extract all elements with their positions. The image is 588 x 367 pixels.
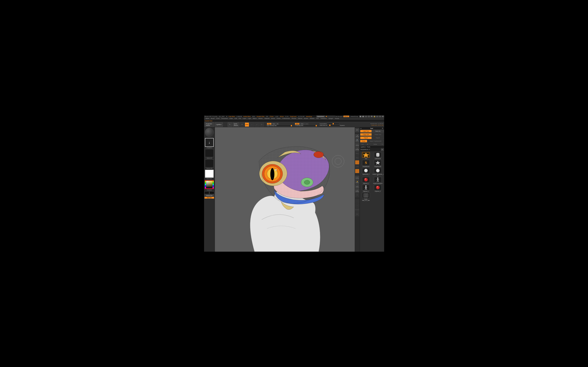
scale-nav-button[interactable]: ⤢Scale <box>355 184 359 188</box>
saveas-button[interactable]: Save As <box>372 130 384 133</box>
lightbox-button[interactable]: LightBox <box>215 123 223 127</box>
menu-zscript[interactable]: Zscript <box>334 117 340 120</box>
focalshift-slider[interactable] <box>327 123 339 125</box>
alternate-button[interactable]: Alternate <box>204 197 214 199</box>
menu-texture[interactable]: Texture <box>309 117 315 120</box>
menu-tool[interactable]: Tool <box>315 117 320 120</box>
menu-color[interactable]: Color <box>216 117 221 120</box>
flatcolor-thumb[interactable] <box>205 170 214 178</box>
tool-item[interactable]: Tool <box>361 152 372 159</box>
menu-macro[interactable]: Macro <box>252 117 257 120</box>
close-button[interactable]: ✕ <box>382 116 384 117</box>
menu-zplugin[interactable]: Zplugin <box>328 117 334 120</box>
edit-button[interactable]: Edit <box>355 212 359 216</box>
visible-button[interactable]: Visible <box>370 143 381 145</box>
edit-button[interactable]: ✥ <box>240 123 244 127</box>
aahalf-button[interactable]: ½AAHalf <box>355 147 359 151</box>
tool-breadcrumb[interactable]: Lightbox › Tools <box>360 146 384 148</box>
tool-item[interactable]: Sphere3D_2 <box>361 168 372 176</box>
zcut-chip[interactable]: Zcut <box>305 123 309 125</box>
menu-material[interactable]: Material <box>264 117 270 120</box>
menu-draw[interactable]: Draw <box>229 117 234 120</box>
gradient-swatches[interactable] <box>204 191 214 194</box>
xpose-button[interactable] <box>355 169 359 173</box>
projection-master-button[interactable]: Projection Master <box>205 123 214 127</box>
rgb-chip[interactable]: Rgb <box>272 123 276 125</box>
switchcolor-button[interactable]: SwitchColor <box>204 194 214 196</box>
draw-button[interactable]: Draw <box>245 123 249 127</box>
material-swatch[interactable] <box>205 128 214 137</box>
slot-button[interactable]: ⬚ <box>355 199 359 203</box>
tool-r-button[interactable]: R <box>381 148 384 151</box>
zadd-chip[interactable]: Zadd <box>295 123 299 125</box>
menu-edit[interactable]: Edit <box>234 117 238 120</box>
import-button[interactable]: Import <box>360 136 372 139</box>
tbar-icon[interactable]: 🔒 <box>373 116 376 117</box>
menu-movie[interactable]: Movie <box>270 117 276 120</box>
canvas[interactable] <box>215 127 355 252</box>
menu-stroke[interactable]: Stroke <box>303 117 309 120</box>
menu-transform[interactable]: Transform <box>320 117 328 120</box>
zsub-chip[interactable]: Zsub <box>300 123 304 125</box>
menu-render[interactable]: Render <box>291 117 297 120</box>
tool-item[interactable]: PolyMesh3D <box>372 160 383 167</box>
defaultscript-button[interactable]: DefaultZScript <box>350 116 359 117</box>
z-intensity-slider[interactable] <box>303 125 317 126</box>
r-button[interactable]: R <box>381 143 384 145</box>
loadtool-button[interactable]: Load Tool <box>360 130 372 133</box>
tool-item[interactable]: ZSphere_2 <box>361 185 372 192</box>
minimize-button[interactable]: — <box>376 116 379 117</box>
menu-brush[interactable]: Brush <box>210 117 216 120</box>
collapse-icon[interactable]: ⟳ <box>382 128 383 129</box>
mrgb-chip[interactable]: Mrgb <box>267 123 271 125</box>
dynamic-button[interactable]: Dynamic <box>355 208 359 212</box>
tbar-icon[interactable]: ◧ <box>362 116 364 117</box>
texture-thumb[interactable] <box>205 159 214 167</box>
menu-document[interactable]: Document <box>221 117 229 120</box>
quicksketch-icon[interactable]: ✎ <box>228 123 232 127</box>
dynamic-label[interactable]: Dynamic <box>340 125 345 126</box>
quicksketch-button[interactable]: Quick Sketch <box>233 123 239 127</box>
tool-item[interactable]: PM3D_Sphere3D_1 8 <box>372 168 383 176</box>
slot-button[interactable]: ⬚ <box>355 204 359 208</box>
move-button[interactable]: ↔ <box>250 123 254 127</box>
tool-item[interactable]: GryphCharacter2 <box>372 177 383 184</box>
bpr-button[interactable]: BPR <box>355 128 359 132</box>
tbar-icon[interactable]: ⬚ <box>368 116 370 117</box>
color-picker[interactable] <box>205 180 214 189</box>
menu-preferences[interactable]: Preferences <box>281 117 291 120</box>
scale-button[interactable]: ⤢ <box>255 123 259 127</box>
menu-alpha[interactable]: Alpha <box>205 117 210 120</box>
maximize-button[interactable]: □ <box>379 116 381 117</box>
tbar-icon[interactable]: ☼ <box>365 116 367 117</box>
copytool-button[interactable]: Copy Tool <box>360 133 372 136</box>
pastetool-button[interactable]: Paste Tool <box>372 133 384 136</box>
tool-panel-header[interactable]: ◂ Tool ⟳ <box>360 127 384 130</box>
alpha-thumb[interactable] <box>205 149 214 157</box>
tool-item[interactable]: ZSphere_1 <box>361 177 372 184</box>
export-button[interactable]: Export <box>372 136 384 139</box>
quicksave-button[interactable]: QuickSave <box>316 116 325 117</box>
clone-button[interactable]: Clone <box>360 140 367 142</box>
persp-button[interactable]: Persp <box>355 152 359 156</box>
goz-button[interactable]: GoZ <box>360 143 365 145</box>
tbar-icon[interactable]: ▦ <box>359 116 362 117</box>
tool-item[interactable]: SSimpleBrush <box>361 160 372 167</box>
menus-button[interactable]: Menus <box>343 116 349 117</box>
zoom-button[interactable]: 🔍Zoom <box>355 139 359 142</box>
menu-layer[interactable]: Layer <box>242 117 247 120</box>
makepolymesh-button[interactable]: Make PolyMesh3D <box>367 140 384 142</box>
menu-file[interactable]: File <box>238 117 242 120</box>
actual-button[interactable]: ⬚Actual <box>355 143 359 147</box>
move-nav-button[interactable]: ✋Move <box>355 180 359 184</box>
lsym-button[interactable]: L.Sym <box>355 165 359 169</box>
seethrough-slider[interactable] <box>325 116 335 117</box>
rotate-nav-button[interactable]: ⟳Rotate <box>355 189 359 193</box>
menu-marker[interactable]: Marker <box>257 117 264 120</box>
menu-light[interactable]: Light <box>247 117 252 120</box>
tbar-icon[interactable]: ⧉ <box>371 116 373 117</box>
local-button[interactable] <box>355 160 359 164</box>
stroke-thumb[interactable]: ↓ <box>205 138 214 147</box>
pf-button[interactable]: PF <box>355 193 359 197</box>
tool-item[interactable]: Chain-Mail_For_Micr <box>361 192 372 201</box>
